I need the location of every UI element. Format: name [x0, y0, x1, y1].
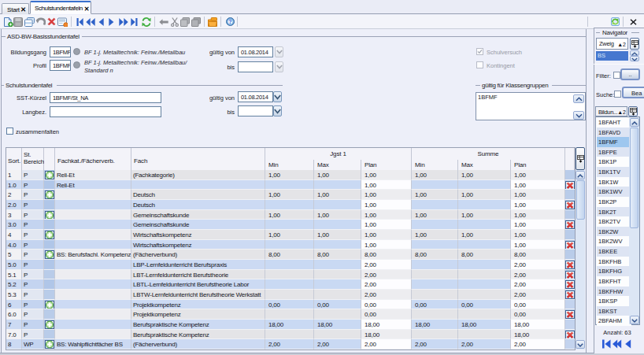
svg-text:?: ?: [228, 19, 231, 24]
